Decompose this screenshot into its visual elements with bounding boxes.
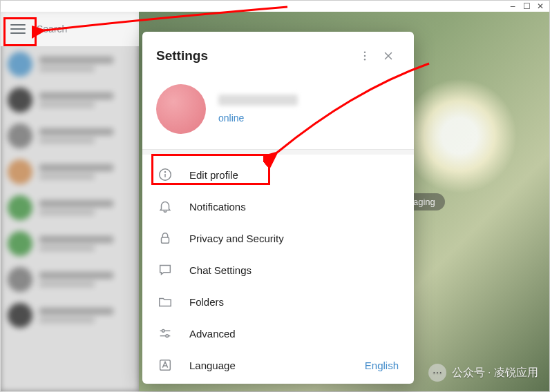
menu-button[interactable] [10,24,26,34]
svg-point-0 [364,52,366,53]
folder-icon [158,294,173,309]
chat-sidebar [1,12,139,391]
watermark-text: 公众号 · 凌锐应用 [452,366,538,380]
svg-rect-6 [162,237,169,243]
watermark: ⋯ 公众号 · 凌锐应用 [428,364,538,382]
menu-label: Notifications [189,201,399,213]
svg-point-1 [364,55,366,57]
menu-label: Chat Settings [189,264,399,276]
close-settings-button[interactable] [377,44,400,68]
menu-label: Folders [189,296,399,308]
menu-label: Edit profile [189,169,399,181]
lock-icon [158,231,173,246]
menu-item-privacy[interactable]: Privacy and Security [142,222,414,254]
menu-item-chat-settings[interactable]: Chat Settings [142,254,414,286]
settings-title: Settings [156,48,353,63]
more-options-button[interactable] [353,44,377,68]
menu-label: Language [189,360,348,371]
settings-header: Settings [142,32,414,77]
section-divider [142,149,414,155]
chat-item[interactable] [1,118,139,154]
close-icon [382,50,395,62]
chat-item[interactable] [1,154,139,190]
profile-name [218,95,298,106]
chat-item[interactable] [1,46,139,82]
bell-icon [158,199,173,214]
language-icon [158,357,173,373]
svg-point-2 [364,59,366,60]
svg-point-5 [164,172,165,173]
settings-panel: Settings online Edit profile Noti [142,32,414,384]
app-window: – ☐ ✕ ssaging Search Settings [0,0,550,392]
chat-icon [158,262,173,277]
chat-item[interactable] [1,226,139,262]
profile-status: online [218,112,400,124]
search-input[interactable]: Search [37,23,67,35]
titlebar: – ☐ ✕ [1,1,549,12]
menu-value: English [365,360,399,371]
svg-point-8 [162,330,164,333]
chat-item[interactable] [1,190,139,226]
menu-item-folders[interactable]: Folders [142,286,414,317]
profile-section: online [142,77,414,149]
menu-item-notifications[interactable]: Notifications [142,190,414,222]
menu-item-advanced[interactable]: Advanced [142,317,414,349]
chat-item[interactable] [1,82,139,118]
minimize-button[interactable]: – [509,1,516,11]
profile-info: online [218,95,400,124]
chat-item[interactable] [1,262,139,297]
profile-avatar[interactable] [156,84,206,134]
settings-menu: Edit profile Notifications Privacy and S… [142,155,414,384]
menu-label: Privacy and Security [189,233,399,244]
app-header: Search [1,12,139,46]
dots-icon [359,50,371,62]
info-icon [158,167,173,182]
sliders-icon [158,326,173,341]
chat-item[interactable] [1,297,139,333]
wechat-icon: ⋯ [428,364,446,382]
close-button[interactable]: ✕ [537,1,544,11]
menu-label: Advanced [189,328,399,340]
menu-item-language[interactable]: Language English [142,349,414,381]
svg-point-10 [166,335,169,337]
menu-item-edit-profile[interactable]: Edit profile [142,159,414,190]
maximize-button[interactable]: ☐ [523,1,530,11]
